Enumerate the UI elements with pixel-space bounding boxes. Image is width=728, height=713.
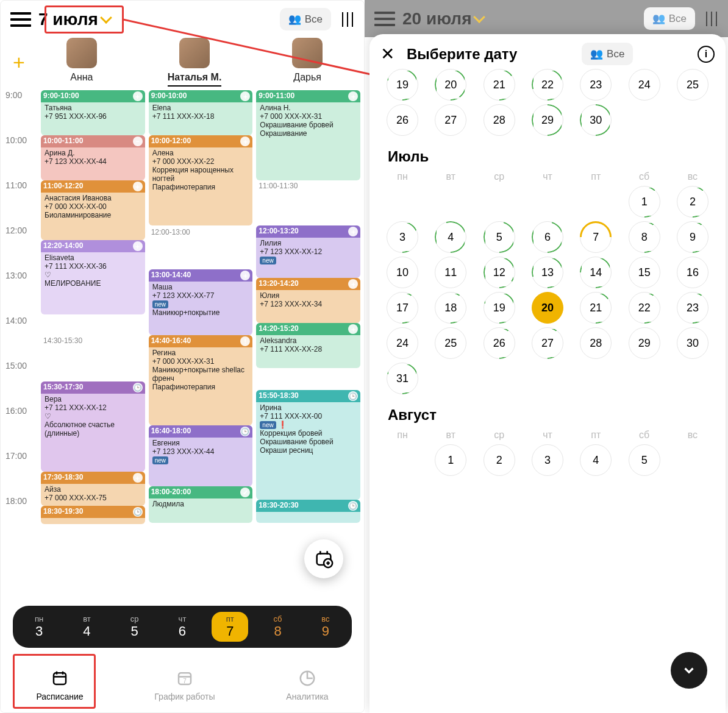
- calendar-day[interactable]: 28: [580, 327, 612, 359]
- appointment[interactable]: 9:00-10:00＋Elena+7 111 XXX-XX-18: [149, 90, 253, 135]
- filter-staff-button[interactable]: 👥 Все: [280, 8, 331, 30]
- calendar-day[interactable]: 6: [532, 221, 563, 253]
- calendar-day[interactable]: 27: [435, 104, 466, 136]
- appointment[interactable]: 14:40-16:40!Регина+7 000 XXX-XX-31Маникю…: [149, 335, 253, 425]
- calendar-day[interactable]: 5: [484, 221, 515, 253]
- calendar-day[interactable]: 19: [387, 69, 418, 101]
- tab-0[interactable]: Расписание: [36, 669, 83, 701]
- free-slot[interactable]: 11:00-11:30: [256, 182, 360, 190]
- staff-item[interactable]: Наталья М.: [168, 38, 222, 87]
- calendar-day[interactable]: 11: [435, 257, 466, 288]
- appointment[interactable]: 12:20-14:00＋Elisaveta+7 111 XXX-XX-36♡МЕ…: [41, 240, 145, 314]
- free-slot[interactable]: 14:30-15:30: [41, 336, 145, 345]
- appointment[interactable]: 18:00-20:00✓Людмила: [149, 486, 253, 523]
- calendar-day[interactable]: 22: [532, 69, 563, 101]
- menu-icon[interactable]: [10, 12, 31, 27]
- calendar-day[interactable]: 26: [387, 104, 418, 136]
- appointment[interactable]: 10:00-12:00＋Алена+7 000 XXX-XX-22Коррекц…: [149, 135, 253, 225]
- calendar-day[interactable]: 31: [387, 363, 418, 394]
- schedule-pane: 7 июля 👥 Все + АннаНаталья М.Дарья 9:001…: [0, 0, 365, 713]
- calendar-day[interactable]: 29: [532, 104, 563, 136]
- calendar-day[interactable]: 8: [629, 221, 660, 253]
- calendar-day[interactable]: 17: [387, 292, 418, 324]
- appointment[interactable]: 14:20-15:20＋Aleksandra+7 111 XXX-XX-28: [256, 323, 360, 368]
- appointment[interactable]: 15:50-18:30🕒Ирина+7 111 XXX-XX-00new ❗Ко…: [256, 390, 360, 500]
- calendar-day[interactable]: 5: [629, 444, 660, 476]
- appointment[interactable]: 13:20-14:20＋Юлия+7 123 XXX-XX-34: [256, 278, 360, 323]
- weekday-button[interactable]: пн3: [21, 612, 57, 642]
- scroll-down-fab[interactable]: [671, 652, 707, 689]
- appointment[interactable]: 16:40-18:00🕒Евгения+7 123 XXX-XX-44new: [149, 425, 253, 486]
- calendar-day[interactable]: 21: [484, 69, 515, 101]
- calendar-day[interactable]: 1: [435, 444, 466, 476]
- calendar-day[interactable]: 26: [484, 327, 515, 359]
- calendar-day[interactable]: 10: [387, 257, 418, 288]
- calendar-day[interactable]: 20: [532, 292, 563, 324]
- weekday-button[interactable]: чт6: [164, 612, 201, 642]
- tab-1[interactable]: 7График работы: [154, 669, 215, 701]
- calendar-day[interactable]: 21: [580, 292, 612, 324]
- appointment[interactable]: 12:00-13:20＋Лилия+7 123 XXX-XX-12new: [256, 225, 360, 278]
- add-staff-button[interactable]: +: [7, 51, 31, 74]
- date-picker-trigger[interactable]: 7 июля: [38, 10, 110, 29]
- schedule-column: 9:00-11:00＋Алина Н.+7 000 XXX-XX-31Окраш…: [256, 90, 360, 566]
- calendar-day[interactable]: 24: [387, 327, 418, 359]
- calendar-day[interactable]: 27: [532, 327, 563, 359]
- calendar-day: [677, 363, 708, 394]
- appt-status-icon: ＋: [240, 137, 250, 146]
- calendar-day[interactable]: 13: [532, 257, 563, 288]
- appointment[interactable]: 18:30-20:30🕒: [256, 500, 360, 523]
- tab-2[interactable]: Аналитика: [286, 669, 328, 701]
- appointment[interactable]: 10:00-11:00−Арина Д.+7 123 XXX-XX-44: [41, 135, 145, 180]
- calendar-day[interactable]: 29: [629, 327, 660, 359]
- appointment[interactable]: 9:00-11:00＋Алина Н.+7 000 XXX-XX-31Окраш…: [256, 90, 360, 180]
- weekday-button[interactable]: пт7: [212, 612, 248, 642]
- staff-item[interactable]: Дарья: [292, 38, 323, 87]
- appointment[interactable]: 17:30-18:30＋Айза+7 000 XXX-XX-75: [41, 472, 145, 506]
- calendar-day[interactable]: 24: [629, 69, 660, 101]
- calendar-day[interactable]: 4: [435, 221, 466, 253]
- calendar-row: 3456789: [387, 221, 708, 253]
- svg-text:7: 7: [183, 678, 187, 684]
- calendar-day[interactable]: 28: [484, 104, 515, 136]
- free-slot[interactable]: 12:00-13:00: [149, 228, 253, 236]
- calendar-day[interactable]: 3: [387, 221, 418, 253]
- calendar-day[interactable]: 4: [580, 444, 612, 476]
- calendar-day[interactable]: 22: [629, 292, 660, 324]
- weekday-button[interactable]: ср5: [116, 612, 153, 642]
- filter-staff-button[interactable]: 👥Все: [582, 43, 633, 65]
- calendar-day[interactable]: 25: [435, 327, 466, 359]
- calendar-day[interactable]: 2: [677, 186, 708, 218]
- sliders-icon[interactable]: [340, 12, 354, 27]
- weekday-button[interactable]: вт4: [68, 612, 105, 642]
- appointment[interactable]: 9:00-10:00＋Татьяна+7 951 XXX-XX-96: [41, 90, 145, 135]
- calendar-day[interactable]: 30: [677, 327, 708, 359]
- calendar-day[interactable]: 9: [677, 221, 708, 253]
- staff-item[interactable]: Анна: [66, 38, 97, 87]
- calendar-day[interactable]: 20: [435, 69, 466, 101]
- appointment[interactable]: 13:00-14:40＋Маша+7 123 XXX-XX-77newМаник…: [149, 269, 253, 335]
- weekday-button[interactable]: вс9: [307, 612, 344, 642]
- close-icon[interactable]: ✕: [380, 44, 394, 64]
- appointment[interactable]: 11:00-12:20＋Анастасия Иванова+7 000 XXX-…: [41, 180, 145, 240]
- appt-status-icon: ＋: [133, 473, 143, 483]
- calendar-day[interactable]: 30: [580, 104, 612, 136]
- calendar-day[interactable]: 19: [484, 292, 515, 324]
- appointment[interactable]: 15:30-17:30🕒Вера+7 121 XXX-XX-12♡Абсолют…: [41, 381, 145, 472]
- calendar-day[interactable]: 3: [532, 444, 563, 476]
- calendar-day[interactable]: 7: [580, 221, 612, 253]
- calendar-day[interactable]: 18: [435, 292, 466, 324]
- calendar-day[interactable]: 14: [580, 257, 612, 288]
- appointment[interactable]: 18:30-19:30🕒: [41, 506, 145, 524]
- calendar-day[interactable]: 23: [677, 292, 708, 324]
- calendar-day[interactable]: 16: [677, 257, 708, 288]
- calendar-day[interactable]: 15: [629, 257, 660, 288]
- calendar-day[interactable]: 12: [484, 257, 515, 288]
- calendar-day[interactable]: 2: [484, 444, 515, 476]
- weekday-button[interactable]: сб8: [260, 612, 296, 642]
- calendar-day[interactable]: 25: [677, 69, 708, 101]
- add-appointment-fab[interactable]: [304, 539, 343, 578]
- calendar-day[interactable]: 23: [580, 69, 612, 101]
- calendar-day[interactable]: 1: [629, 186, 660, 218]
- info-icon[interactable]: i: [698, 46, 715, 63]
